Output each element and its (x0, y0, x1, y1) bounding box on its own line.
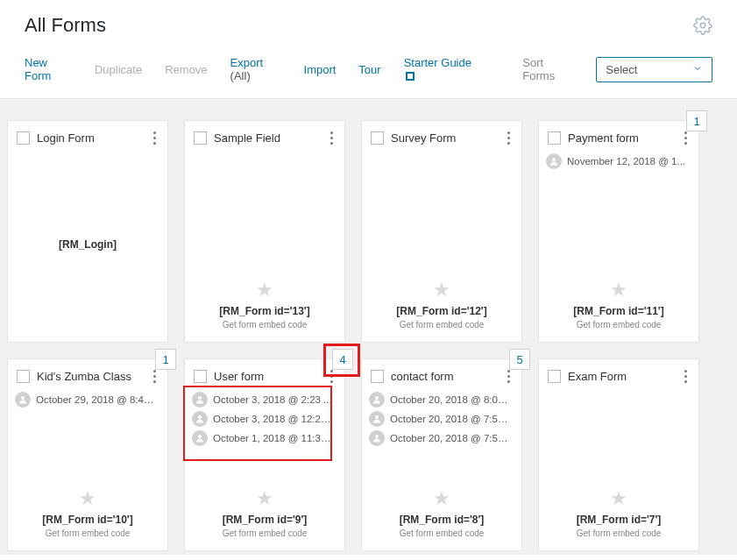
form-title: Kid's Zumba Class (37, 370, 141, 383)
card-menu-icon[interactable] (148, 130, 160, 146)
submissions-badge[interactable]: 1 (155, 349, 176, 370)
embed-code-link[interactable]: Get form embed code (362, 320, 521, 330)
export-label: Export (230, 56, 264, 69)
card-menu-icon[interactable] (679, 368, 691, 385)
export-link[interactable]: Export (All) (230, 56, 281, 82)
chevron-down-icon (692, 63, 703, 76)
entry-time: November 12, 2018 @ 1... (567, 156, 685, 167)
select-checkbox[interactable] (194, 370, 207, 383)
card-menu-icon[interactable] (679, 130, 691, 146)
entry-row[interactable]: October 20, 2018 @ 8:01... (369, 390, 518, 409)
settings-gear-icon[interactable] (693, 16, 712, 35)
form-title: Exam Form (568, 370, 672, 383)
entry-time: October 20, 2018 @ 7:50... (390, 433, 511, 443)
avatar-icon (15, 392, 31, 408)
export-suffix: (All) (230, 69, 251, 82)
form-card[interactable]: Login Form[RM_Login] (7, 120, 168, 343)
form-card[interactable]: 5contact formOctober 20, 2018 @ 8:01...O… (361, 358, 522, 551)
tour-link[interactable]: Tour (358, 63, 380, 76)
entry-time: October 3, 2018 @ 12:21... (213, 414, 334, 424)
form-card[interactable]: Survey Form★[RM_Form id='12']Get form em… (361, 120, 522, 343)
page-title: All Forms (25, 14, 106, 37)
entry-row[interactable]: October 20, 2018 @ 7:50... (369, 429, 518, 448)
new-form-link[interactable]: New Form (25, 56, 72, 82)
sort-select[interactable]: Select (596, 57, 712, 82)
embed-code-link[interactable]: Get form embed code (185, 528, 344, 538)
star-icon[interactable]: ★ (185, 489, 344, 508)
svg-point-0 (700, 23, 705, 28)
entry-row[interactable]: October 3, 2018 @ 12:21... (192, 409, 341, 429)
entry-row[interactable]: October 3, 2018 @ 2:23 ... (192, 390, 341, 409)
entry-time: October 20, 2018 @ 7:50... (390, 414, 511, 424)
duplicate-link[interactable]: Duplicate (95, 63, 142, 76)
star-icon[interactable]: ★ (539, 489, 698, 508)
embed-code-link[interactable]: Get form embed code (185, 320, 344, 330)
star-icon[interactable]: ★ (539, 280, 698, 300)
select-checkbox[interactable] (548, 370, 561, 383)
entry-time: October 3, 2018 @ 2:23 ... (213, 394, 332, 405)
recent-entries: November 12, 2018 @ 1... (539, 146, 698, 171)
star-icon[interactable]: ★ (362, 489, 521, 508)
card-menu-icon[interactable] (502, 368, 514, 385)
select-checkbox[interactable] (194, 131, 207, 145)
select-checkbox[interactable] (548, 131, 561, 145)
select-checkbox[interactable] (371, 131, 384, 145)
submissions-badge[interactable]: 1 (686, 110, 707, 131)
svg-point-8 (375, 435, 379, 438)
form-shortcode: [RM_Form id='9'] (185, 514, 344, 526)
svg-point-5 (198, 435, 202, 438)
external-square-icon (406, 72, 415, 81)
form-card[interactable]: 1Kid's Zumba ClassOctober 29, 2018 @ 8:4… (7, 358, 168, 551)
form-shortcode: [RM_Form id='11'] (539, 305, 698, 317)
submissions-badge[interactable]: 5 (509, 349, 530, 370)
card-menu-icon[interactable] (502, 130, 514, 146)
card-menu-icon[interactable] (325, 368, 337, 385)
form-title: Payment form (568, 131, 672, 145)
svg-point-7 (375, 415, 379, 419)
svg-point-1 (552, 158, 556, 161)
card-menu-icon[interactable] (325, 130, 337, 146)
starter-guide-link[interactable]: Starter Guide (404, 56, 478, 82)
embed-code-link[interactable]: Get form embed code (539, 528, 698, 538)
svg-point-2 (21, 396, 25, 400)
select-checkbox[interactable] (17, 131, 30, 145)
entry-row[interactable]: October 1, 2018 @ 11:33... (192, 429, 341, 448)
form-title: User form (214, 370, 318, 383)
toolbar: New Form Duplicate Remove Export (All) I… (0, 44, 737, 99)
star-icon[interactable]: ★ (185, 280, 344, 300)
shortcode-center: [RM_Login] (59, 238, 117, 251)
form-shortcode: [RM_Form id='7'] (539, 514, 698, 526)
entry-time: October 29, 2018 @ 8:44... (36, 394, 157, 405)
star-icon[interactable]: ★ (8, 489, 167, 508)
form-shortcode: [RM_Form id='10'] (8, 514, 167, 526)
import-link[interactable]: Import (304, 63, 337, 76)
avatar-icon (192, 430, 208, 446)
avatar-icon (192, 411, 208, 427)
form-card[interactable]: 1Payment formNovember 12, 2018 @ 1...★[R… (538, 120, 699, 343)
embed-code-link[interactable]: Get form embed code (8, 528, 167, 538)
select-checkbox[interactable] (17, 370, 30, 383)
entry-row[interactable]: November 12, 2018 @ 1... (546, 152, 695, 171)
form-title: Survey Form (391, 131, 495, 145)
svg-point-4 (198, 415, 202, 419)
recent-entries: October 20, 2018 @ 8:01...October 20, 20… (362, 385, 521, 448)
recent-entries: October 29, 2018 @ 8:44... (8, 385, 167, 409)
entry-row[interactable]: October 29, 2018 @ 8:44... (15, 390, 164, 409)
entry-row[interactable]: October 20, 2018 @ 7:50... (369, 409, 518, 429)
form-title: contact form (391, 370, 495, 383)
form-card[interactable]: Exam Form★[RM_Form id='7']Get form embed… (538, 358, 699, 551)
star-icon[interactable]: ★ (362, 280, 521, 300)
embed-code-link[interactable]: Get form embed code (539, 320, 698, 330)
remove-link[interactable]: Remove (165, 63, 207, 76)
avatar-icon (369, 392, 385, 408)
form-card[interactable]: 4User formOctober 3, 2018 @ 2:23 ...Octo… (184, 358, 345, 551)
avatar-icon (192, 392, 208, 408)
form-card[interactable]: Sample Field★[RM_Form id='13']Get form e… (184, 120, 345, 343)
starter-guide-label: Starter Guide (404, 56, 471, 69)
card-menu-icon[interactable] (148, 368, 160, 385)
entry-time: October 20, 2018 @ 8:01... (390, 394, 511, 405)
select-checkbox[interactable] (371, 370, 384, 383)
submissions-badge[interactable]: 4 (332, 349, 353, 370)
sort-label: Sort Forms (522, 56, 573, 82)
embed-code-link[interactable]: Get form embed code (362, 528, 521, 538)
